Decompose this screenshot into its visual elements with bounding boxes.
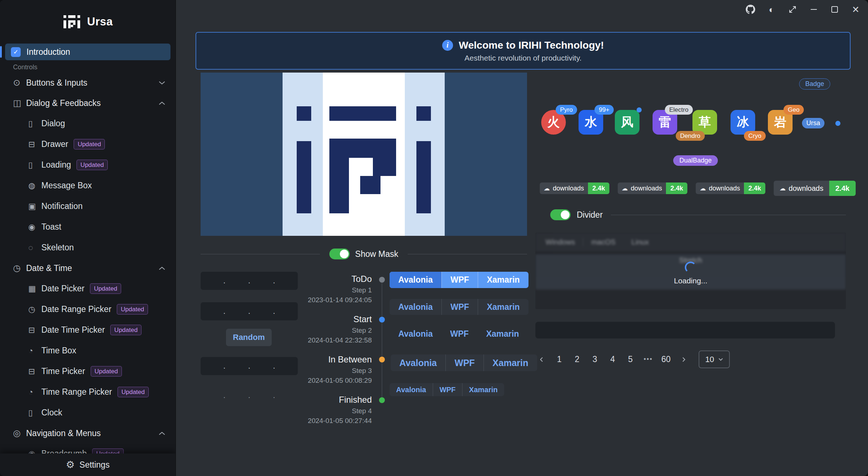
- sidebar-item-dialog[interactable]: ▯ Dialog: [0, 113, 176, 134]
- timeline-dot-start: [379, 317, 385, 323]
- app-brand: Ursa: [0, 0, 176, 44]
- xamarin-button[interactable]: Xamarin: [462, 383, 504, 396]
- xamarin-button[interactable]: Xamarin: [478, 299, 528, 315]
- sidebar-group-buttons-inputs[interactable]: ⊙ Buttons & Inputs: [0, 73, 176, 93]
- minimize-button[interactable]: [809, 4, 819, 15]
- loading-demo-panel: Windows macOS Linux Stretch Loading...: [535, 233, 846, 309]
- info-icon: i: [442, 40, 453, 51]
- banner-subtitle: Aesthetic revolution of productivity.: [442, 54, 604, 62]
- sidebar-item-date-picker[interactable]: ▦ Date Picker Updated: [0, 278, 176, 299]
- divider-label: Divider: [577, 210, 603, 220]
- page-button[interactable]: 3: [588, 351, 602, 368]
- timeline-entry: ToDo Step 1 2023-01-14 09:24:05: [283, 274, 372, 304]
- wpf-button[interactable]: WPF: [441, 272, 478, 288]
- page-size-select[interactable]: 10: [699, 350, 730, 368]
- page-button[interactable]: 2: [570, 351, 584, 368]
- avalonia-button[interactable]: Avalonia: [390, 299, 441, 315]
- wpf-button[interactable]: WPF: [441, 326, 477, 341]
- xamarin-button[interactable]: Xamarin: [484, 354, 537, 371]
- show-mask-toggle[interactable]: [329, 249, 350, 259]
- github-icon[interactable]: [745, 4, 756, 15]
- updated-badge: Updated: [90, 283, 121, 294]
- dot-badge: [835, 121, 840, 126]
- chevron-up-icon: [159, 431, 165, 435]
- sidebar-item-message-box[interactable]: ◍ Message Box: [0, 175, 176, 196]
- main-content: ◐ ✕ i Welcome to IRIHI Technology! Aesth…: [176, 0, 868, 476]
- sidebar-item-drawer[interactable]: ⊟ Drawer Updated: [0, 134, 176, 155]
- prev-page-button[interactable]: [534, 351, 549, 368]
- sidebar-item-time-box[interactable]: ◔ Time Box: [0, 340, 176, 361]
- divider-demo-row: Divider: [550, 208, 846, 222]
- download-badge: ☁downloads 2.4k: [696, 182, 765, 194]
- sidebar-item-notification[interactable]: ▣ Notification: [0, 196, 176, 217]
- sidebar-item-toast[interactable]: ◉ Toast: [0, 217, 176, 237]
- xamarin-button[interactable]: Xamarin: [477, 326, 528, 341]
- badge-section-label: Badge: [799, 78, 830, 90]
- sidebar-item-date-time-picker[interactable]: ⊟ Date Time Picker Updated: [0, 320, 176, 340]
- download-badge: ☁downloads 2.4k: [540, 182, 609, 194]
- divider-toggle[interactable]: [550, 209, 571, 220]
- ellipsis-button[interactable]: •••: [641, 351, 655, 368]
- avalonia-button[interactable]: Avalonia: [391, 354, 445, 371]
- xamarin-button[interactable]: Xamarin: [478, 272, 528, 288]
- sidebar-item-label: Introduction: [26, 47, 70, 57]
- empty-progress-bar[interactable]: [535, 322, 835, 338]
- tab-linux[interactable]: Linux: [624, 233, 657, 251]
- spinner-icon: [685, 262, 696, 273]
- maximize-button[interactable]: [830, 4, 840, 15]
- clock-icon: ◔: [28, 387, 41, 397]
- show-mask-row: Show Mask: [201, 246, 527, 262]
- updated-badge: Updated: [118, 387, 149, 397]
- pagination: 1 2 3 4 5 ••• 60 10: [534, 350, 730, 368]
- sidebar-item-time-range-picker[interactable]: ◔ Time Range Picker Updated: [0, 382, 176, 402]
- loading-overlay: Loading...: [535, 262, 846, 285]
- wpf-button[interactable]: WPF: [445, 354, 484, 371]
- page-button-last[interactable]: 60: [659, 351, 673, 368]
- irihi-logo-image: [201, 73, 527, 236]
- sidebar-item-introduction[interactable]: ✓ Introduction: [5, 44, 170, 60]
- sidebar-group-date-time[interactable]: ◷ Date & Time: [0, 258, 176, 278]
- loading-text: Loading...: [674, 276, 707, 285]
- skeleton-icon: ◌: [28, 243, 41, 253]
- sidebar-group-dialog-feedbacks[interactable]: ◫ Dialog & Feedbacks: [0, 93, 176, 113]
- tab-macos[interactable]: macOS: [583, 233, 624, 251]
- settings-button[interactable]: ⚙ Settings: [0, 454, 176, 476]
- sidebar-item-time-picker[interactable]: ⊟ Time Picker Updated: [0, 361, 176, 382]
- download-badges-row: ☁downloads 2.4k ☁downloads 2.4k ☁downloa…: [540, 181, 856, 196]
- sidebar-item-clock[interactable]: ▯ Clock: [0, 402, 176, 423]
- window-icon: ◫: [13, 98, 26, 108]
- page-button[interactable]: 5: [623, 351, 638, 368]
- timeline-dot-in-between: [379, 357, 385, 362]
- count-badge: 99+: [595, 105, 614, 115]
- timeline-entry: Start Step 2 2024-01-04 22:32:58: [283, 314, 372, 344]
- tab-windows[interactable]: Windows: [538, 233, 583, 251]
- wpf-button[interactable]: WPF: [433, 383, 462, 396]
- avalonia-button[interactable]: Avalonia: [390, 383, 433, 396]
- updated-badge: Updated: [74, 139, 105, 149]
- updated-badge: Updated: [110, 325, 141, 335]
- close-button[interactable]: ✕: [851, 4, 861, 15]
- sidebar-group-navigation-menus[interactable]: ◎ Navigation & Menus: [0, 423, 176, 443]
- phone-icon: ▯: [28, 119, 41, 128]
- message-icon: ◍: [28, 181, 41, 190]
- theme-toggle-icon[interactable]: ◐: [766, 4, 777, 15]
- avalonia-button[interactable]: Avalonia: [390, 326, 441, 341]
- sidebar-item-loading[interactable]: ▯ Loading Updated: [0, 155, 176, 175]
- expand-icon[interactable]: [787, 4, 798, 15]
- random-button[interactable]: Random: [226, 329, 272, 346]
- alarm-icon: ◷: [13, 263, 26, 273]
- avalonia-button[interactable]: Avalonia: [390, 272, 441, 288]
- timeline-entry: Finished Step 4 2024-01-05 00:27:44: [283, 395, 372, 425]
- banner-title: Welcome to IRIHI Technology!: [459, 40, 604, 51]
- sidebar-item-skeleton[interactable]: ◌ Skeleton: [0, 237, 176, 258]
- app-title: Ursa: [87, 15, 113, 28]
- wpf-button[interactable]: WPF: [441, 299, 478, 315]
- cloud-icon: ☁: [622, 185, 628, 192]
- timeline-entry: In Between Step 3 2024-01-05 00:08:29: [283, 354, 372, 385]
- page-button[interactable]: 4: [605, 351, 620, 368]
- clock-icon: ◔: [28, 346, 41, 356]
- updated-badge: Updated: [91, 366, 122, 377]
- next-page-button[interactable]: [676, 351, 691, 368]
- page-button[interactable]: 1: [552, 351, 567, 368]
- sidebar-item-date-range-picker[interactable]: ◷ Date Range Picker Updated: [0, 299, 176, 320]
